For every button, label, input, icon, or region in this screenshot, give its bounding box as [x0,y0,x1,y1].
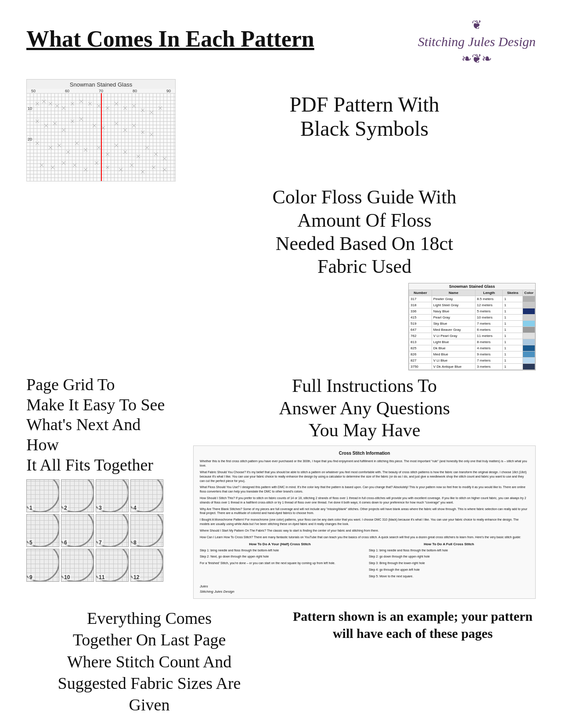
instructions-para-6: Where Should I Start My Pattern On The F… [200,529,529,533]
thumbnail-item: 7 [96,514,129,547]
instructions-para-1: What Fabric Should You Choose? It's my b… [200,470,529,483]
floss-cell-3-1: Pearl Gray [432,315,475,321]
floss-cell-5-3: 1 [503,327,523,333]
floss-cell-3-0: 415 [409,315,432,321]
floss-cell-10-0: 827 [409,358,432,364]
ruler-mark-90: 90 [166,89,171,93]
floss-row: 813Light Blue8 meters1 [409,339,535,345]
floss-cell-3-3: 1 [503,315,523,321]
floss-row: 318Light Steel Gray12 meters1 [409,302,535,308]
floss-cell-5-1: Med Beaver Gray [432,327,475,333]
thumb-label: 12 [133,574,140,580]
floss-cell-4-3: 1 [503,321,523,327]
floss-swatch-0 [523,296,535,302]
thumbnail-item: 9 [26,549,59,582]
floss-col-color: Color [523,290,535,296]
full-step-3: Step 4: go through the upper-left hole [369,568,529,572]
page-title: What Comes In Each Pattern [26,18,314,51]
floss-cell-4-0: 519 [409,321,432,327]
floss-cell-0-1: Pewter Gray [432,296,475,302]
section-pdf: Snowman Stained Glass 50 60 70 80 90 10 … [26,79,536,181]
floss-swatch-10 [523,358,535,364]
floss-cell-11-1: V Dk Antique Blue [432,364,475,370]
thumb-label: 6 [63,540,68,546]
ruler-mark-70: 70 [99,89,103,93]
floss-row: 826Med Blue9 meters1 [409,351,535,358]
how-to-half-steps: Step 1: bring needle and floss through t… [200,548,360,565]
thumb-label: 1 [29,505,33,511]
half-step-1: Step 2: Next, go down through the upper-… [200,554,360,559]
pdf-title: PDF Pattern With Black Symbols [193,92,536,141]
color-floss-title: Color Floss Guide With Amount Of Floss N… [193,186,536,279]
floss-col-number: Number [409,290,432,296]
stitch-symbols-svg [27,93,175,181]
floss-cell-8-1: Dk Blue [432,345,475,351]
how-to-full-title: How To Do A Full Cross Stitch [369,542,529,547]
instructions-title: Full Instructions To Answer Any Question… [193,375,536,441]
floss-row: 825Dk Blue4 meters1 [409,345,535,351]
floss-swatch-5 [523,327,535,333]
floss-cell-9-0: 826 [409,351,432,358]
floss-cell-11-2: 3 meters [476,364,503,370]
thumbnail-item: 12 [130,549,163,582]
floss-cell-2-1: Navy Blue [432,308,475,315]
floss-row: 336Navy Blue5 meters1 [409,308,535,315]
instructions-doc-title: Cross Stitch Information [200,450,529,456]
thumbnail-item: 6 [61,514,94,547]
floss-cell-6-2: 11 meters [476,333,503,339]
how-to-full-col: How To Do A Full Cross Stitch Step 1: br… [369,542,529,580]
floss-swatch-9 [523,351,535,358]
floss-cell-1-0: 318 [409,302,432,308]
how-to-full-steps: Step 1: bring needle and floss through t… [369,548,529,579]
floss-row: 827V Lt Blue7 meters1 [409,358,535,364]
floss-cell-6-0: 762 [409,333,432,339]
thumb-label: 10 [63,574,71,580]
instructions-para-4: Why Are There Blank Stitches? Some of my… [200,507,529,516]
header: What Comes In Each Pattern ❦ Stitching J… [26,18,536,66]
logo-ornament-top: ❦ [472,18,482,32]
thumbnail-item: 11 [96,549,129,582]
floss-col-length: Length [476,290,503,296]
logo-ornament-bottom: ❧❦❧ [461,51,492,66]
half-step-2: For a 'finished' Stitch, you're done – o… [200,561,360,565]
section-bottom: Everything Comes Together On Last Page W… [26,608,536,716]
thumbnail-item: 2 [61,479,94,512]
thumbnail-item: 3 [96,479,129,512]
floss-cell-9-3: 1 [503,351,523,358]
floss-cell-9-2: 9 meters [476,351,503,358]
floss-cell-5-0: 647 [409,327,432,333]
thumb-label: 7 [98,540,103,546]
pdf-text-area: PDF Pattern With Black Symbols [184,79,536,141]
thumbnail-item: 10 [61,549,94,582]
pattern-image-label: Snowman Stained Glass [27,80,175,89]
how-to-half-title: How To Do A Your (Half) Cross Stitch [200,542,360,547]
instructions-para-0: Whether this is the first cross stitch p… [200,459,529,468]
logo-area: ❦ Stitching Jules Design ❧❦❧ [418,18,536,66]
how-to-half-col: How To Do A Your (Half) Cross Stitch Ste… [200,542,360,580]
floss-table: Number Name Length Skeins Color 317Pewte… [409,290,535,370]
floss-cell-11-0: 3750 [409,364,432,370]
floss-col-name: Name [432,290,475,296]
right-col-3: Full Instructions To Answer Any Question… [184,375,536,599]
floss-cell-7-0: 813 [409,339,432,345]
section-grid-instructions: Page Grid To Make It Easy To See What's … [26,375,536,599]
section-floss: Color Floss Guide With Amount Of Floss N… [26,186,536,370]
thumbnail-item: 1 [26,479,59,512]
floss-cell-10-1: V Lt Blue [432,358,475,364]
floss-cell-6-1: V Lt Pearl Gray [432,333,475,339]
floss-swatch-11 [523,364,535,370]
instructions-para-7: How Can I Learn How To Cross Stitch? The… [200,535,529,540]
floss-row: 415Pearl Gray10 meters1 [409,315,535,321]
thumbnail-item: 8 [130,514,163,547]
thumb-label: 2 [63,505,68,511]
ruler-mark-50: 50 [31,89,36,93]
floss-swatch-3 [523,315,535,321]
floss-cell-8-3: 1 [503,345,523,351]
floss-swatch-4 [523,321,535,327]
floss-cell-10-2: 7 meters [476,358,503,364]
floss-cell-10-3: 1 [503,358,523,364]
floss-table-title: Snowman Stained Glass [409,283,535,290]
floss-cell-3-2: 10 meters [476,315,503,321]
full-step-2: Step 3: Bring through the lower-right ho… [369,561,529,565]
floss-cell-5-2: 6 meters [476,327,503,333]
